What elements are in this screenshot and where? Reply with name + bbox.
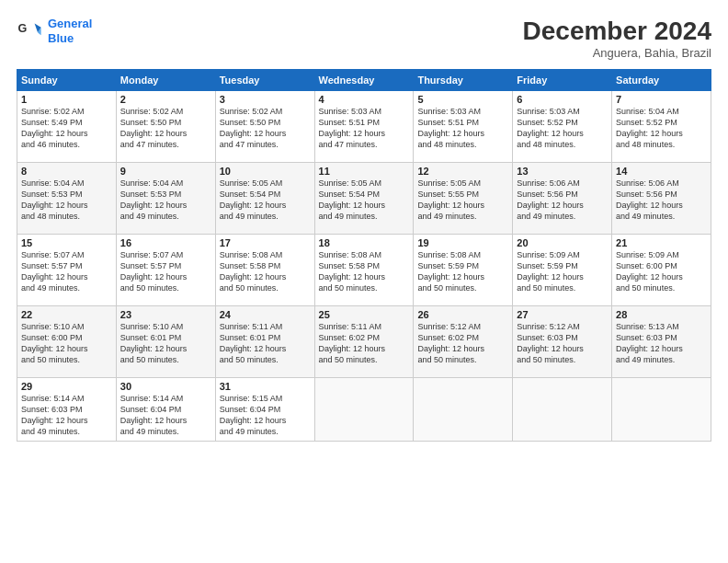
- calendar-cell: 15Sunrise: 5:07 AM Sunset: 5:57 PM Dayli…: [17, 235, 117, 306]
- day-info: Sunrise: 5:12 AM Sunset: 6:03 PM Dayligh…: [517, 321, 608, 366]
- calendar-week-2: 8Sunrise: 5:04 AM Sunset: 5:53 PM Daylig…: [17, 163, 711, 235]
- calendar-cell: 19Sunrise: 5:08 AM Sunset: 5:59 PM Dayli…: [414, 235, 513, 306]
- day-number: 5: [417, 94, 508, 105]
- calendar-cell: 22Sunrise: 5:10 AM Sunset: 6:00 PM Dayli…: [17, 306, 117, 378]
- calendar-cell: 12Sunrise: 5:05 AM Sunset: 5:55 PM Dayli…: [414, 163, 513, 235]
- calendar-cell: 5Sunrise: 5:03 AM Sunset: 5:51 PM Daylig…: [414, 91, 513, 163]
- calendar-cell: [414, 378, 513, 442]
- location: Anguera, Bahia, Brazil: [523, 46, 711, 60]
- day-number: 28: [616, 309, 707, 320]
- day-info: Sunrise: 5:05 AM Sunset: 5:55 PM Dayligh…: [417, 178, 508, 223]
- day-info: Sunrise: 5:02 AM Sunset: 5:50 PM Dayligh…: [120, 106, 211, 151]
- day-number: 22: [21, 309, 112, 320]
- day-info: Sunrise: 5:10 AM Sunset: 6:00 PM Dayligh…: [21, 321, 112, 366]
- day-info: Sunrise: 5:06 AM Sunset: 5:56 PM Dayligh…: [616, 178, 707, 223]
- day-number: 8: [21, 166, 112, 177]
- day-info: Sunrise: 5:04 AM Sunset: 5:53 PM Dayligh…: [120, 178, 211, 223]
- svg-text:G: G: [17, 22, 27, 35]
- day-info: Sunrise: 5:07 AM Sunset: 5:57 PM Dayligh…: [21, 249, 112, 294]
- day-number: 1: [21, 94, 112, 105]
- day-info: Sunrise: 5:14 AM Sunset: 6:04 PM Dayligh…: [120, 393, 211, 438]
- day-number: 30: [120, 381, 211, 392]
- calendar-cell: 17Sunrise: 5:08 AM Sunset: 5:58 PM Dayli…: [215, 235, 314, 306]
- day-info: Sunrise: 5:03 AM Sunset: 5:51 PM Dayligh…: [319, 106, 410, 151]
- day-info: Sunrise: 5:08 AM Sunset: 5:58 PM Dayligh…: [319, 249, 410, 294]
- day-number: 6: [517, 94, 608, 105]
- logo-line2: Blue: [48, 31, 74, 45]
- day-info: Sunrise: 5:06 AM Sunset: 5:56 PM Dayligh…: [517, 178, 608, 223]
- logo: G General Blue: [17, 17, 92, 45]
- day-number: 2: [120, 94, 211, 105]
- calendar-cell: 31Sunrise: 5:15 AM Sunset: 6:04 PM Dayli…: [215, 378, 314, 442]
- calendar-week-4: 22Sunrise: 5:10 AM Sunset: 6:00 PM Dayli…: [17, 306, 711, 378]
- day-info: Sunrise: 5:11 AM Sunset: 6:02 PM Dayligh…: [319, 321, 410, 366]
- day-number: 11: [319, 166, 410, 177]
- day-info: Sunrise: 5:09 AM Sunset: 6:00 PM Dayligh…: [616, 249, 707, 294]
- day-info: Sunrise: 5:02 AM Sunset: 5:49 PM Dayligh…: [21, 106, 112, 151]
- calendar-cell: [314, 378, 414, 442]
- title-block: December 2024 Anguera, Bahia, Brazil: [523, 17, 711, 60]
- calendar-cell: 20Sunrise: 5:09 AM Sunset: 5:59 PM Dayli…: [513, 235, 612, 306]
- calendar-cell: 2Sunrise: 5:02 AM Sunset: 5:50 PM Daylig…: [116, 91, 215, 163]
- day-number: 7: [616, 94, 707, 105]
- calendar-cell: 18Sunrise: 5:08 AM Sunset: 5:58 PM Dayli…: [314, 235, 414, 306]
- calendar: SundayMondayTuesdayWednesdayThursdayFrid…: [17, 69, 711, 442]
- day-info: Sunrise: 5:09 AM Sunset: 5:59 PM Dayligh…: [517, 249, 608, 294]
- calendar-week-3: 15Sunrise: 5:07 AM Sunset: 5:57 PM Dayli…: [17, 235, 711, 306]
- calendar-cell: 27Sunrise: 5:12 AM Sunset: 6:03 PM Dayli…: [513, 306, 612, 378]
- day-number: 21: [616, 237, 707, 248]
- calendar-header-friday: Friday: [513, 70, 612, 91]
- calendar-week-1: 1Sunrise: 5:02 AM Sunset: 5:49 PM Daylig…: [17, 91, 711, 163]
- calendar-cell: 29Sunrise: 5:14 AM Sunset: 6:03 PM Dayli…: [17, 378, 117, 442]
- day-number: 18: [319, 237, 410, 248]
- calendar-cell: 6Sunrise: 5:03 AM Sunset: 5:52 PM Daylig…: [513, 91, 612, 163]
- day-info: Sunrise: 5:02 AM Sunset: 5:50 PM Dayligh…: [220, 106, 311, 151]
- day-info: Sunrise: 5:05 AM Sunset: 5:54 PM Dayligh…: [220, 178, 311, 223]
- day-number: 25: [319, 309, 410, 320]
- calendar-header-saturday: Saturday: [612, 70, 711, 91]
- logo-icon: G: [17, 18, 42, 44]
- day-info: Sunrise: 5:11 AM Sunset: 6:01 PM Dayligh…: [220, 321, 311, 366]
- day-number: 20: [517, 237, 608, 248]
- day-number: 4: [319, 94, 410, 105]
- calendar-cell: 3Sunrise: 5:02 AM Sunset: 5:50 PM Daylig…: [215, 91, 314, 163]
- calendar-header-sunday: Sunday: [17, 70, 117, 91]
- day-info: Sunrise: 5:14 AM Sunset: 6:03 PM Dayligh…: [21, 393, 112, 438]
- day-number: 9: [120, 166, 211, 177]
- day-info: Sunrise: 5:10 AM Sunset: 6:01 PM Dayligh…: [120, 321, 211, 366]
- day-info: Sunrise: 5:04 AM Sunset: 5:53 PM Dayligh…: [21, 178, 112, 223]
- day-number: 27: [517, 309, 608, 320]
- day-info: Sunrise: 5:07 AM Sunset: 5:57 PM Dayligh…: [120, 249, 211, 294]
- calendar-cell: 24Sunrise: 5:11 AM Sunset: 6:01 PM Dayli…: [215, 306, 314, 378]
- calendar-cell: 25Sunrise: 5:11 AM Sunset: 6:02 PM Dayli…: [314, 306, 414, 378]
- day-info: Sunrise: 5:13 AM Sunset: 6:03 PM Dayligh…: [616, 321, 707, 366]
- day-info: Sunrise: 5:08 AM Sunset: 5:59 PM Dayligh…: [417, 249, 508, 294]
- calendar-header-thursday: Thursday: [414, 70, 513, 91]
- calendar-cell: 16Sunrise: 5:07 AM Sunset: 5:57 PM Dayli…: [116, 235, 215, 306]
- calendar-cell: 23Sunrise: 5:10 AM Sunset: 6:01 PM Dayli…: [116, 306, 215, 378]
- calendar-cell: 1Sunrise: 5:02 AM Sunset: 5:49 PM Daylig…: [17, 91, 117, 163]
- calendar-cell: 13Sunrise: 5:06 AM Sunset: 5:56 PM Dayli…: [513, 163, 612, 235]
- calendar-cell: [513, 378, 612, 442]
- day-number: 24: [220, 309, 311, 320]
- day-number: 13: [517, 166, 608, 177]
- day-number: 14: [616, 166, 707, 177]
- calendar-header-row: SundayMondayTuesdayWednesdayThursdayFrid…: [17, 70, 711, 91]
- calendar-header-wednesday: Wednesday: [314, 70, 414, 91]
- calendar-cell: 30Sunrise: 5:14 AM Sunset: 6:04 PM Dayli…: [116, 378, 215, 442]
- day-number: 23: [120, 309, 211, 320]
- day-info: Sunrise: 5:04 AM Sunset: 5:52 PM Dayligh…: [616, 106, 707, 151]
- day-info: Sunrise: 5:05 AM Sunset: 5:54 PM Dayligh…: [319, 178, 410, 223]
- header: G General Blue December 2024 Anguera, Ba…: [17, 17, 711, 60]
- calendar-cell: 9Sunrise: 5:04 AM Sunset: 5:53 PM Daylig…: [116, 163, 215, 235]
- calendar-header-monday: Monday: [116, 70, 215, 91]
- day-info: Sunrise: 5:15 AM Sunset: 6:04 PM Dayligh…: [220, 393, 311, 438]
- day-number: 16: [120, 237, 211, 248]
- day-number: 15: [21, 237, 112, 248]
- logo-text: General Blue: [48, 17, 92, 45]
- calendar-cell: 10Sunrise: 5:05 AM Sunset: 5:54 PM Dayli…: [215, 163, 314, 235]
- calendar-cell: [612, 378, 711, 442]
- calendar-week-5: 29Sunrise: 5:14 AM Sunset: 6:03 PM Dayli…: [17, 378, 711, 442]
- day-number: 17: [220, 237, 311, 248]
- calendar-cell: 14Sunrise: 5:06 AM Sunset: 5:56 PM Dayli…: [612, 163, 711, 235]
